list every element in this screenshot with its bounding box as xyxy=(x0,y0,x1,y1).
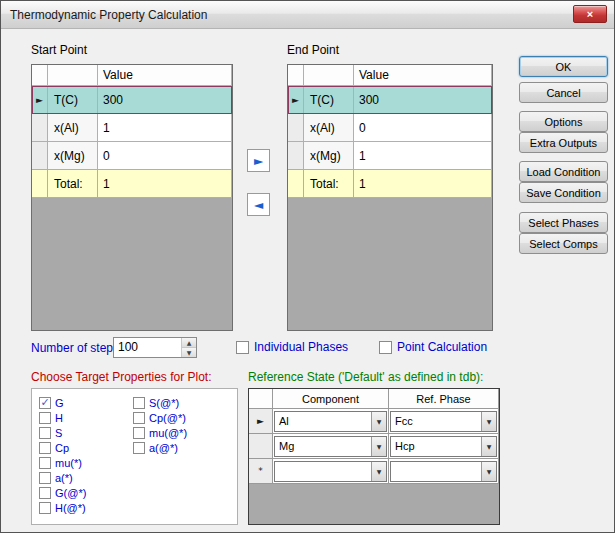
start-header-row: Value xyxy=(32,65,232,86)
point-calculation-checkbox[interactable]: Point Calculation xyxy=(379,340,487,354)
property-checkbox-S-at[interactable]: S(@*) xyxy=(133,395,187,410)
row-value-cell[interactable]: 1 xyxy=(354,142,492,170)
ref-phase-column-header: Ref. Phase xyxy=(389,389,499,409)
property-checkbox-mu[interactable]: mu(*) xyxy=(39,455,133,470)
row-name: x(Mg) xyxy=(304,142,354,170)
property-checkbox-a-at[interactable]: a(@*) xyxy=(133,440,187,455)
close-icon: × xyxy=(587,8,593,20)
ref-phase-cell: ▼ xyxy=(389,459,499,484)
end-point-label: End Point xyxy=(287,43,339,57)
row-value-cell[interactable]: 300 xyxy=(354,86,492,114)
row-value-cell[interactable]: 0 xyxy=(354,114,492,142)
checkbox-box[interactable] xyxy=(379,341,392,354)
ok-button[interactable]: OK xyxy=(519,56,608,77)
table-row[interactable]: x(Mg) 1 xyxy=(288,142,492,170)
individual-phases-checkbox[interactable]: Individual Phases xyxy=(236,340,348,354)
row-value-cell[interactable]: 1 xyxy=(98,114,232,142)
row-value-cell[interactable]: 300 xyxy=(98,86,232,114)
reference-row[interactable]: ► Al ▼ Fcc ▼ xyxy=(249,409,499,434)
property-checkbox-H-at[interactable]: H(@*) xyxy=(39,500,133,515)
table-row[interactable]: x(Al) 1 xyxy=(32,114,232,142)
properties-column-2: S(@*) Cp(@*) mu(@*) a(@*) xyxy=(133,395,187,524)
target-properties-group: G H S Cp mu(*) a(*) G(@*) H(@*) S(@*) Cp… xyxy=(31,388,238,525)
row-value-cell[interactable]: 0 xyxy=(98,142,232,170)
dropdown-button[interactable]: ▼ xyxy=(371,462,386,481)
property-checkbox-mu-at[interactable]: mu(@*) xyxy=(133,425,187,440)
checkbox-box[interactable] xyxy=(39,397,51,409)
dropdown-button[interactable]: ▼ xyxy=(481,412,496,431)
chevron-down-icon: ▼ xyxy=(377,443,382,450)
grid-empty-area xyxy=(32,198,232,330)
ref-phase-cell: Hcp ▼ xyxy=(389,434,499,459)
reference-row[interactable]: Mg ▼ Hcp ▼ xyxy=(249,434,499,459)
spin-down-icon: ▼ xyxy=(187,349,192,356)
row-selector xyxy=(32,142,48,170)
thermodynamic-property-calculation-dialog: Thermodynamic Property Calculation × Sta… xyxy=(0,0,615,533)
dropdown-button[interactable]: ▼ xyxy=(481,437,496,456)
select-comps-button[interactable]: Select Comps xyxy=(519,233,608,254)
dropdown-button[interactable]: ▼ xyxy=(481,462,496,481)
current-row-icon: ► xyxy=(292,95,299,105)
copy-right-button[interactable]: ► xyxy=(247,149,270,172)
property-checkbox-H[interactable]: H xyxy=(39,410,133,425)
property-checkbox-Cp-at[interactable]: Cp(@*) xyxy=(133,410,187,425)
component-dropdown[interactable]: Mg ▼ xyxy=(274,436,387,457)
grid-empty-area xyxy=(288,198,492,330)
row-name: x(Al) xyxy=(48,114,98,142)
cancel-button[interactable]: Cancel xyxy=(519,82,608,103)
checkbox-box[interactable] xyxy=(133,397,145,409)
checkbox-box[interactable] xyxy=(39,472,51,484)
checkbox-box[interactable] xyxy=(39,502,51,514)
table-row[interactable]: x(Mg) 0 xyxy=(32,142,232,170)
load-condition-button[interactable]: Load Condition xyxy=(519,161,608,182)
checkbox-box[interactable] xyxy=(133,442,145,454)
row-value-cell: 1 xyxy=(98,170,232,198)
close-button[interactable]: × xyxy=(573,5,607,23)
ref-phase-dropdown[interactable]: Hcp ▼ xyxy=(390,436,497,457)
component-dropdown[interactable]: ▼ xyxy=(274,461,387,482)
step-up-button[interactable]: ▲ xyxy=(182,338,196,348)
number-of-steps-value[interactable]: 100 xyxy=(114,338,181,357)
save-condition-button[interactable]: Save Condition xyxy=(519,182,608,203)
row-name: x(Mg) xyxy=(48,142,98,170)
checkbox-box[interactable] xyxy=(39,427,51,439)
table-row[interactable]: ► T(C) 300 xyxy=(288,86,492,114)
new-row-icon: * xyxy=(258,466,263,476)
checkbox-box[interactable] xyxy=(133,427,145,439)
target-properties-label: Choose Target Properties for Plot: xyxy=(31,370,212,384)
value-column-header: Value xyxy=(354,65,492,86)
options-button[interactable]: Options xyxy=(519,111,608,132)
corner-cell xyxy=(288,65,304,86)
dropdown-button[interactable]: ▼ xyxy=(371,412,386,431)
spin-up-icon: ▲ xyxy=(187,339,192,346)
checkbox-box[interactable] xyxy=(133,412,145,424)
ref-phase-dropdown[interactable]: Fcc ▼ xyxy=(390,411,497,432)
property-checkbox-Cp[interactable]: Cp xyxy=(39,440,133,455)
reference-header-row: Component Ref. Phase xyxy=(249,389,499,409)
row-name: T(C) xyxy=(48,86,98,114)
step-down-button[interactable]: ▼ xyxy=(182,348,196,357)
property-checkbox-G-at[interactable]: G(@*) xyxy=(39,485,133,500)
number-of-steps-stepper[interactable]: 100 ▲ ▼ xyxy=(113,337,197,358)
copy-left-button[interactable]: ◄ xyxy=(247,193,270,216)
checkbox-box[interactable] xyxy=(236,341,249,354)
row-selector xyxy=(32,114,48,142)
table-row[interactable]: x(Al) 0 xyxy=(288,114,492,142)
select-phases-button[interactable]: Select Phases xyxy=(519,212,608,233)
checkbox-box[interactable] xyxy=(39,457,51,469)
chevron-down-icon: ▼ xyxy=(487,418,492,425)
property-checkbox-a[interactable]: a(*) xyxy=(39,470,133,485)
table-row[interactable]: ► T(C) 300 xyxy=(32,86,232,114)
extra-outputs-button[interactable]: Extra Outputs xyxy=(519,132,608,153)
property-checkbox-S[interactable]: S xyxy=(39,425,133,440)
property-checkbox-G[interactable]: G xyxy=(39,395,133,410)
reference-new-row[interactable]: * ▼ ▼ xyxy=(249,459,499,484)
component-dropdown[interactable]: Al ▼ xyxy=(274,411,387,432)
checkbox-box[interactable] xyxy=(39,442,51,454)
ref-phase-dropdown[interactable]: ▼ xyxy=(390,461,497,482)
checkbox-box[interactable] xyxy=(39,487,51,499)
checkbox-box[interactable] xyxy=(39,412,51,424)
titlebar[interactable]: Thermodynamic Property Calculation xyxy=(1,1,614,29)
dropdown-button[interactable]: ▼ xyxy=(371,437,386,456)
window-title: Thermodynamic Property Calculation xyxy=(10,8,207,22)
